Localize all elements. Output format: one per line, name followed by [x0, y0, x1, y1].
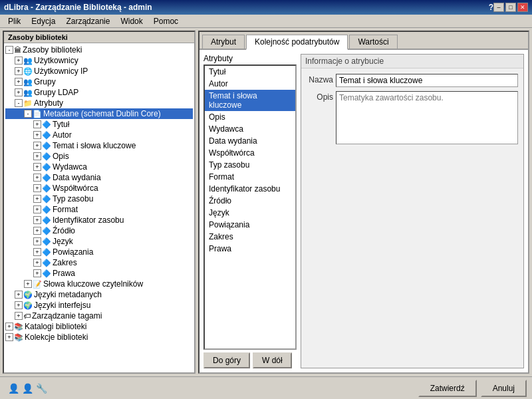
tree-label-jezyk: Język: [53, 237, 73, 246]
tree-item-temat[interactable]: +🔷Temat i słowa kluczowe: [5, 140, 193, 151]
minimize-button[interactable]: –: [493, 3, 504, 12]
tree-item-uzytkownicy[interactable]: +👥Użytkownicy: [5, 55, 193, 66]
settings-icon[interactable]: 🔧: [36, 383, 47, 394]
attr-item-opis[interactable]: Opis: [205, 111, 295, 123]
tree-item-grupy[interactable]: +👥Grupy: [5, 76, 193, 87]
attr-item-prawa[interactable]: Prawa: [205, 243, 295, 255]
tree-item-slowa-kluczowe[interactable]: +📝Słowa kluczowe czytelników: [5, 279, 193, 289]
tree-toggle-autor[interactable]: +: [33, 131, 41, 139]
tree-item-tytul[interactable]: +🔷Tytuł: [5, 119, 193, 130]
panel-title: Zasoby biblioteki: [4, 32, 194, 43]
tab-wartosci[interactable]: Wartości: [349, 35, 397, 49]
menu-pomoc[interactable]: Pomoc: [148, 15, 184, 27]
tree-icon-wspoltworca: 🔷: [42, 184, 51, 193]
menu-zarzadzanie[interactable]: Zarządzanie: [61, 15, 115, 27]
tree-toggle-zarzadzanie-tagami[interactable]: +: [15, 312, 23, 320]
tree-toggle-kolekcje[interactable]: +: [5, 333, 13, 341]
tree-item-format[interactable]: +🔷Format: [5, 204, 193, 215]
tree-toggle-wspoltworca[interactable]: +: [33, 184, 41, 192]
tree-toggle-zasoby[interactable]: -: [5, 46, 13, 54]
attr-item-zakres[interactable]: Zakres: [205, 231, 295, 243]
tree-item-zasoby[interactable]: -🏛Zasoby biblioteki: [5, 45, 193, 55]
attr-item-autor[interactable]: Autor: [205, 78, 295, 90]
tree-toggle-temat[interactable]: +: [33, 142, 41, 150]
tree-item-jezyki-interfejsu[interactable]: +🌍Języki interfejsu: [5, 300, 193, 311]
tree-label-data-wydania: Data wydania: [53, 173, 101, 182]
user-icon-1[interactable]: 👤: [8, 383, 19, 394]
tree-toggle-tytul[interactable]: +: [33, 120, 41, 128]
opis-textarea[interactable]: [336, 91, 518, 144]
attr-item-temat[interactable]: Temat i słowa kluczowe: [205, 90, 295, 111]
tree-toggle-zakres[interactable]: +: [33, 259, 41, 267]
tree-toggle-uzytkownicy-ip[interactable]: +: [15, 67, 23, 75]
tree-item-grupy-ldap[interactable]: +👥Grupy LDAP: [5, 87, 193, 98]
tree-label-katalogi: Katalogi biblioteki: [25, 322, 86, 331]
attr-item-data-wydania[interactable]: Data wydania: [205, 135, 295, 147]
tree-item-uzytkownicy-ip[interactable]: +🌐Użytkownicy IP: [5, 66, 193, 76]
tree-item-opis[interactable]: +🔷Opis: [5, 151, 193, 162]
tree-item-data-wydania[interactable]: +🔷Data wydania: [5, 172, 193, 183]
tree-item-metadane[interactable]: -📄Metadane (schemat Dublin Core): [5, 108, 193, 119]
tree-toggle-zrodlo[interactable]: +: [33, 227, 41, 235]
tree-toggle-data-wydania[interactable]: +: [33, 174, 41, 182]
tree-toggle-uzytkownicy[interactable]: +: [15, 57, 23, 65]
menu-widok[interactable]: Widok: [115, 15, 148, 27]
tree-item-wydawca[interactable]: +🔷Wydawca: [5, 162, 193, 172]
attributes-section: Atrybuty TytułAutorTemat i słowa kluczow…: [203, 54, 297, 368]
tree-toggle-identyfikator[interactable]: +: [33, 216, 41, 224]
opis-label: Opis: [307, 91, 333, 102]
tree-toggle-slowa-kluczowe[interactable]: +: [24, 280, 32, 288]
btn-up[interactable]: Do góry: [203, 352, 250, 368]
tree-item-autor[interactable]: +🔷Autor: [5, 130, 193, 140]
tree-toggle-katalogi[interactable]: +: [5, 323, 13, 331]
tree-toggle-prawa[interactable]: +: [33, 269, 41, 277]
attr-item-format[interactable]: Format: [205, 171, 295, 183]
attr-item-typ-zasobu[interactable]: Typ zasobu: [205, 159, 295, 171]
tree-item-identyfikator[interactable]: +🔷Identyfikator zasobu: [5, 215, 193, 225]
tree-toggle-jezyki-metadanych[interactable]: +: [15, 291, 23, 299]
tree-toggle-atrybuty[interactable]: -: [15, 99, 23, 107]
tree-toggle-jezyki-interfejsu[interactable]: +: [15, 301, 23, 309]
tree-toggle-grupy[interactable]: +: [15, 78, 23, 86]
bottom-bar: 👤 👤 🔧 Zatwierdź Anuluj: [0, 376, 532, 399]
tree-toggle-wydawca[interactable]: +: [33, 163, 41, 171]
tree-toggle-format[interactable]: +: [33, 205, 41, 213]
tree-toggle-metadane[interactable]: -: [24, 110, 32, 118]
attr-item-zrodlo[interactable]: Źródło: [205, 195, 295, 207]
tree-item-jezyki-metadanych[interactable]: +🌍Języki metadanych: [5, 289, 193, 300]
tree-item-kolekcje[interactable]: +📚Kolekcje biblioteki: [5, 332, 193, 342]
tree-item-wspoltworca[interactable]: +🔷Współtwórca: [5, 183, 193, 194]
close-button[interactable]: ✕: [517, 3, 528, 12]
tree-item-typ-zasobu[interactable]: +🔷Typ zasobu: [5, 194, 193, 204]
tree-toggle-grupy-ldap[interactable]: +: [15, 88, 23, 96]
tree-toggle-opis[interactable]: +: [33, 152, 41, 160]
tree-item-zrodlo[interactable]: +🔷Źródło: [5, 225, 193, 236]
attr-item-tytul[interactable]: Tytuł: [205, 66, 295, 78]
menu-plik[interactable]: Plik: [3, 15, 26, 27]
tree-item-zakres[interactable]: +🔷Zakres: [5, 257, 193, 268]
attr-item-powiazania[interactable]: Powiązania: [205, 219, 295, 231]
help-icon[interactable]: ?: [489, 3, 493, 12]
tree-item-prawa[interactable]: +🔷Prawa: [5, 268, 193, 279]
tab-atrybut[interactable]: Atrybut: [202, 35, 245, 49]
tree-item-zarzadzanie-tagami[interactable]: +🏷Zarządzanie tagami: [5, 311, 193, 321]
maximize-button[interactable]: □: [505, 3, 516, 12]
tree-label-identyfikator: Identyfikator zasobu: [53, 215, 124, 225]
tree-item-katalogi[interactable]: +📚Katalogi biblioteki: [5, 321, 193, 332]
tree-item-powiazania[interactable]: +🔷Powiązania: [5, 247, 193, 257]
tree-item-jezyk[interactable]: +🔷Język: [5, 236, 193, 247]
tree-item-atrybuty[interactable]: -📁Atrybuty: [5, 98, 193, 108]
attr-item-wydawca[interactable]: Wydawca: [205, 123, 295, 135]
menu-edycja[interactable]: Edycja: [26, 15, 61, 27]
attr-item-identyfikator[interactable]: Identyfikator zasobu: [205, 183, 295, 195]
btn-zatwierdz[interactable]: Zatwierdź: [418, 380, 477, 397]
tree-toggle-typ-zasobu[interactable]: +: [33, 195, 41, 203]
btn-anuluj[interactable]: Anuluj: [481, 380, 527, 397]
attr-item-wspoltworca[interactable]: Współtwórca: [205, 147, 295, 159]
btn-down[interactable]: W dół: [253, 352, 292, 368]
attr-item-jezyk[interactable]: Język: [205, 207, 295, 219]
tree-toggle-jezyk[interactable]: +: [33, 237, 41, 245]
tree-toggle-powiazania[interactable]: +: [33, 248, 41, 256]
user-icon-2[interactable]: 👤: [22, 383, 33, 394]
tab-kolejnosc[interactable]: Kolejność podatrybutów: [246, 35, 348, 50]
